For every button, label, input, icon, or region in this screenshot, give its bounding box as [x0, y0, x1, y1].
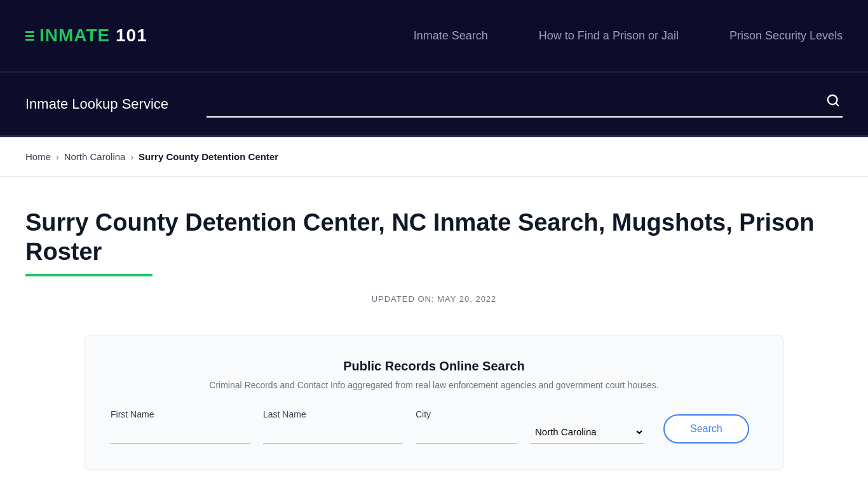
main-content: Surry County Detention Center, NC Inmate… — [0, 177, 868, 488]
nav-find-prison[interactable]: How to Find a Prison or Jail — [539, 29, 679, 42]
search-icon — [826, 93, 840, 107]
first-name-input[interactable] — [111, 422, 250, 444]
last-name-field: Last Name — [263, 409, 403, 444]
city-input[interactable] — [416, 422, 517, 444]
state-select[interactable]: AlabamaAlaskaArizonaArkansasCaliforniaCo… — [530, 421, 644, 444]
search-input[interactable] — [207, 96, 824, 109]
nav-links: Inmate Search How to Find a Prison or Ja… — [414, 29, 843, 43]
search-bar-section: Inmate Lookup Service — [0, 73, 868, 137]
breadcrumb-chevron-1: › — [56, 152, 59, 162]
breadcrumb-chevron-2: › — [130, 152, 133, 162]
search-button[interactable]: Search — [663, 414, 749, 444]
breadcrumb-current-page: Surry County Detention Center — [139, 151, 278, 162]
nav-security-levels[interactable]: Prison Security Levels — [729, 29, 843, 42]
updated-timestamp: UPDATED ON: MAY 20, 2022 — [25, 294, 843, 304]
search-form-card: Public Records Online Search Criminal Re… — [85, 336, 783, 470]
search-bar-label: Inmate Lookup Service — [25, 96, 168, 112]
search-form-row: First Name Last Name City AlabamaAlaskaA… — [111, 409, 757, 444]
logo-bars-icon — [25, 31, 34, 41]
card-title: Public Records Online Search — [111, 359, 757, 374]
last-name-label: Last Name — [263, 409, 403, 419]
svg-line-1 — [836, 103, 838, 105]
page-title: Surry County Detention Center, NC Inmate… — [25, 208, 843, 266]
breadcrumb-state[interactable]: North Carolina — [64, 151, 126, 162]
title-underline — [25, 274, 153, 276]
city-field: City — [416, 409, 517, 444]
site-logo[interactable]: INMATE 101 — [25, 25, 147, 46]
city-label: City — [416, 409, 517, 419]
search-input-wrapper — [207, 91, 843, 118]
top-nav: INMATE 101 Inmate Search How to Find a P… — [0, 0, 868, 73]
card-subtitle: Criminal Records and Contact Info aggreg… — [111, 380, 757, 390]
search-submit-button[interactable] — [824, 91, 843, 114]
state-field: AlabamaAlaskaArizonaArkansasCaliforniaCo… — [530, 421, 644, 444]
last-name-input[interactable] — [263, 422, 403, 444]
logo-text: INMATE 101 — [39, 25, 147, 46]
first-name-field: First Name — [111, 409, 250, 444]
nav-inmate-search[interactable]: Inmate Search — [414, 29, 488, 42]
breadcrumb-home[interactable]: Home — [25, 151, 51, 162]
breadcrumb: Home › North Carolina › Surry County Det… — [0, 137, 868, 177]
first-name-label: First Name — [111, 409, 250, 419]
